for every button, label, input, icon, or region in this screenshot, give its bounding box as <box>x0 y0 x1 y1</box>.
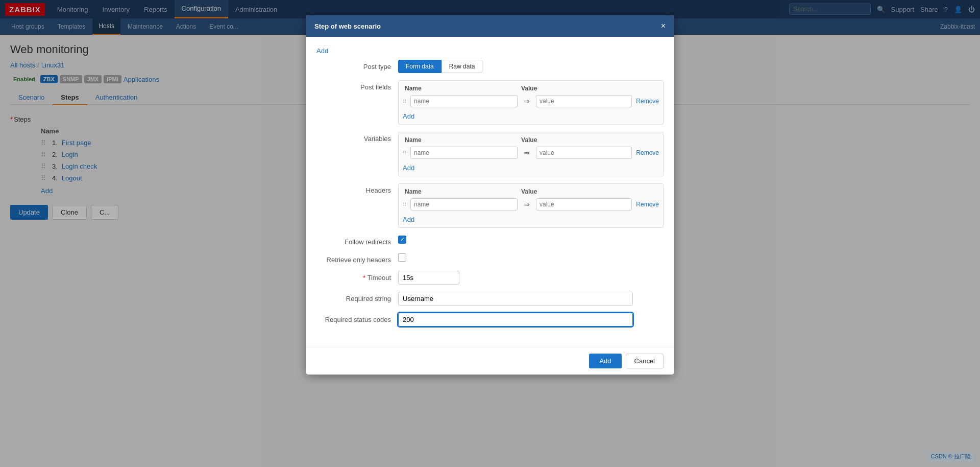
modal-close-button[interactable]: × <box>661 21 666 31</box>
post-fields-add-link[interactable]: Add <box>403 112 414 120</box>
modal-header: Step of web scenario × <box>306 15 674 37</box>
header-name-input[interactable] <box>410 198 518 211</box>
headers-add-link[interactable]: Add <box>403 216 414 223</box>
post-fields-header: Name Value <box>403 85 659 92</box>
header-remove[interactable]: Remove <box>636 201 659 208</box>
modal-step-web-scenario: Step of web scenario × Add Post type For… <box>306 15 674 261</box>
post-field-name-input[interactable] <box>410 95 518 107</box>
check-mark: ✓ <box>400 236 405 243</box>
variable-arrow: ⇒ <box>522 149 532 157</box>
post-fields-header-value: Value <box>521 85 657 92</box>
variables-label: Variables <box>316 132 398 143</box>
post-type-form-data[interactable]: Form data <box>398 60 442 73</box>
post-fields-row: Post fields Name Value ⠿ ⇒ Remove <box>316 80 664 125</box>
variables-header-name: Name <box>405 136 517 144</box>
retrieve-headers-row: Retrieve only headers <box>316 253 664 261</box>
retrieve-headers-value <box>398 253 664 261</box>
post-type-value: Form data Raw data <box>398 60 664 73</box>
post-type-row: Post type Form data Raw data <box>316 60 664 73</box>
post-fields-value: Name Value ⠿ ⇒ Remove Add <box>398 80 664 125</box>
post-type-label: Post type <box>316 60 398 71</box>
headers-row: Headers Name Value ⠿ ⇒ Remove <box>316 183 664 228</box>
headers-header-value: Value <box>521 188 657 195</box>
post-field-value-input[interactable] <box>536 95 632 107</box>
modal-overlay: Step of web scenario × Add Post type For… <box>0 0 980 261</box>
variables-container: Name Value ⠿ ⇒ Remove Add <box>398 132 664 176</box>
post-fields-container: Name Value ⠿ ⇒ Remove Add <box>398 80 664 125</box>
modal-add-link-top[interactable]: Add <box>316 47 328 55</box>
variables-row: Variables Name Value ⠿ ⇒ Remove <box>316 132 664 176</box>
retrieve-headers-checkbox[interactable] <box>398 253 406 261</box>
follow-redirects-checkbox[interactable]: ✓ <box>398 236 406 244</box>
variables-value: Name Value ⠿ ⇒ Remove Add <box>398 132 664 176</box>
header-arrow: ⇒ <box>522 200 532 208</box>
follow-redirects-row: Follow redirects ✓ <box>316 235 664 246</box>
headers-container: Name Value ⠿ ⇒ Remove Add <box>398 183 664 228</box>
variables-add-link[interactable]: Add <box>403 164 414 172</box>
variable-remove[interactable]: Remove <box>636 149 659 156</box>
post-field-remove[interactable]: Remove <box>636 98 659 105</box>
post-field-row: ⠿ ⇒ Remove <box>403 95 659 107</box>
headers-header: Name Value <box>403 188 659 195</box>
variable-drag[interactable]: ⠿ <box>403 150 406 156</box>
header-value-input[interactable] <box>536 198 632 211</box>
variable-row: ⠿ ⇒ Remove <box>403 147 659 159</box>
post-type-raw-data[interactable]: Raw data <box>442 60 483 73</box>
headers-value: Name Value ⠿ ⇒ Remove Add <box>398 183 664 228</box>
headers-header-name: Name <box>405 188 517 195</box>
variable-name-input[interactable] <box>410 147 518 159</box>
post-fields-header-name: Name <box>405 85 517 92</box>
follow-redirects-label: Follow redirects <box>316 235 398 246</box>
variables-header-value: Value <box>521 136 657 144</box>
header-row: ⠿ ⇒ Remove <box>403 198 659 211</box>
modal-title: Step of web scenario <box>314 22 381 30</box>
header-drag[interactable]: ⠿ <box>403 202 406 207</box>
post-type-group: Form data Raw data <box>398 60 664 73</box>
post-fields-label: Post fields <box>316 80 398 91</box>
post-field-arrow: ⇒ <box>522 97 532 105</box>
modal-body: Add Post type Form data Raw data Post fi… <box>306 37 674 261</box>
variable-value-input[interactable] <box>536 147 632 159</box>
follow-redirects-value: ✓ <box>398 235 664 244</box>
variables-header: Name Value <box>403 136 659 144</box>
retrieve-headers-label: Retrieve only headers <box>316 253 398 261</box>
headers-label: Headers <box>316 183 398 194</box>
post-field-drag[interactable]: ⠿ <box>403 99 406 104</box>
